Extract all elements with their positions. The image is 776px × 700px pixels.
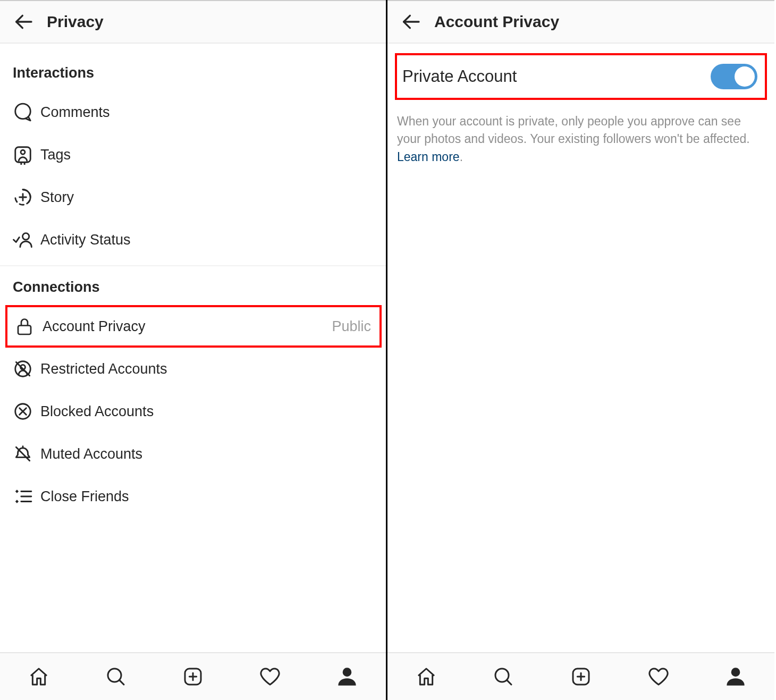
svg-line-21 bbox=[119, 680, 123, 685]
nav-add[interactable] bbox=[568, 664, 594, 689]
private-account-description: When your account is private, only peopl… bbox=[387, 100, 774, 166]
svg-marker-15 bbox=[15, 490, 19, 493]
private-account-row: Private Account bbox=[397, 55, 765, 98]
row-close-friends[interactable]: Close Friends bbox=[0, 475, 386, 518]
muted-icon bbox=[13, 444, 33, 464]
svg-point-32 bbox=[731, 668, 740, 677]
row-tags[interactable]: Tags bbox=[0, 133, 386, 176]
add-icon bbox=[570, 666, 592, 687]
row-value: Public bbox=[332, 318, 371, 335]
home-icon bbox=[416, 666, 437, 687]
row-label: Tags bbox=[40, 147, 71, 163]
account-privacy-content: Private Account When your account is pri… bbox=[387, 44, 774, 652]
nav-home[interactable] bbox=[414, 664, 439, 689]
row-label: Blocked Accounts bbox=[40, 403, 154, 420]
back-arrow-icon bbox=[13, 11, 34, 32]
svg-point-1 bbox=[15, 104, 31, 119]
lock-icon bbox=[15, 316, 34, 336]
row-comments[interactable]: Comments bbox=[0, 91, 386, 133]
heart-icon bbox=[647, 666, 670, 687]
tags-icon bbox=[13, 145, 33, 165]
nav-home[interactable] bbox=[26, 664, 52, 689]
learn-more-link[interactable]: Learn more bbox=[397, 150, 460, 164]
header: Account Privacy bbox=[387, 0, 774, 44]
profile-icon bbox=[725, 666, 746, 687]
home-icon bbox=[28, 666, 49, 687]
bottom-nav bbox=[0, 652, 386, 700]
back-button[interactable] bbox=[11, 9, 36, 35]
svg-marker-16 bbox=[15, 500, 19, 503]
row-label: Account Privacy bbox=[43, 318, 146, 335]
svg-point-3 bbox=[21, 150, 25, 154]
row-muted-accounts[interactable]: Muted Accounts bbox=[0, 433, 386, 475]
nav-profile[interactable] bbox=[723, 664, 748, 689]
row-account-privacy[interactable]: Account Privacy Public bbox=[5, 305, 382, 348]
privacy-content: Interactions Comments Tags Story Activit… bbox=[0, 44, 386, 652]
svg-rect-7 bbox=[18, 326, 31, 335]
row-label: Close Friends bbox=[40, 488, 129, 505]
row-label: Restricted Accounts bbox=[40, 361, 167, 377]
nav-profile[interactable] bbox=[334, 664, 360, 689]
blocked-icon bbox=[13, 401, 33, 421]
private-account-toggle[interactable] bbox=[711, 64, 757, 89]
back-button[interactable] bbox=[398, 9, 424, 35]
story-icon bbox=[13, 187, 33, 207]
search-icon bbox=[493, 666, 514, 687]
section-heading-connections: Connections bbox=[0, 266, 386, 305]
row-label: Activity Status bbox=[40, 232, 131, 248]
row-label: Comments bbox=[40, 104, 110, 121]
row-restricted-accounts[interactable]: Restricted Accounts bbox=[0, 348, 386, 390]
back-arrow-icon bbox=[400, 11, 421, 32]
heart-icon bbox=[259, 666, 281, 687]
page-title: Account Privacy bbox=[434, 13, 559, 31]
close-friends-icon bbox=[13, 486, 33, 507]
header: Privacy bbox=[0, 0, 386, 44]
bottom-nav bbox=[387, 652, 774, 700]
row-blocked-accounts[interactable]: Blocked Accounts bbox=[0, 390, 386, 433]
add-icon bbox=[182, 666, 204, 687]
svg-line-28 bbox=[507, 680, 511, 685]
privacy-screen: Privacy Interactions Comments Tags Story… bbox=[0, 0, 387, 700]
nav-activity[interactable] bbox=[646, 664, 671, 689]
row-label: Story bbox=[40, 189, 74, 206]
period: . bbox=[460, 150, 463, 164]
account-privacy-screen: Account Privacy Private Account When you… bbox=[387, 0, 774, 700]
page-title: Privacy bbox=[47, 13, 104, 31]
nav-activity[interactable] bbox=[257, 664, 283, 689]
search-icon bbox=[105, 666, 126, 687]
nav-add[interactable] bbox=[180, 664, 206, 689]
nav-search[interactable] bbox=[491, 664, 516, 689]
profile-icon bbox=[336, 666, 358, 687]
comment-icon bbox=[13, 102, 33, 122]
private-account-label: Private Account bbox=[402, 67, 517, 86]
row-label: Muted Accounts bbox=[40, 446, 142, 462]
toggle-knob bbox=[735, 66, 755, 87]
svg-point-25 bbox=[343, 668, 352, 677]
activity-status-icon bbox=[13, 230, 34, 250]
section-heading-interactions: Interactions bbox=[0, 44, 386, 91]
private-account-row-highlight: Private Account bbox=[395, 53, 767, 100]
description-text: When your account is private, only peopl… bbox=[397, 114, 750, 146]
nav-search[interactable] bbox=[103, 664, 129, 689]
restricted-icon bbox=[13, 359, 33, 379]
row-story[interactable]: Story bbox=[0, 176, 386, 218]
row-activity-status[interactable]: Activity Status bbox=[0, 218, 386, 261]
svg-point-6 bbox=[22, 233, 29, 240]
